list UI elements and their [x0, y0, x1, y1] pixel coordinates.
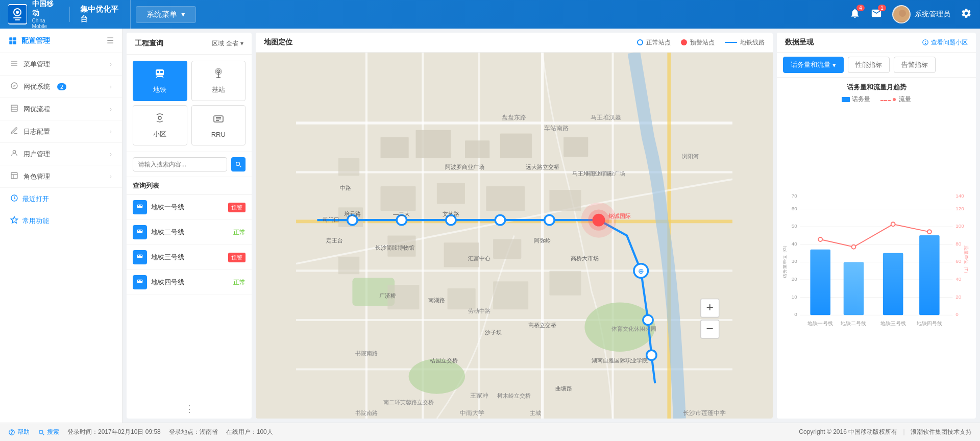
- svg-rect-44: [138, 255, 139, 256]
- panel-collapse[interactable]: ⋮: [127, 399, 252, 419]
- query-item-subway-4[interactable]: 地铁四号线 正常: [127, 270, 252, 295]
- svg-text:−: −: [706, 322, 714, 335]
- chart-container: 话务量和流量月趋势 话务量 流量 0: [777, 78, 976, 419]
- tab-traffic[interactable]: 话务量和流量 ▾: [783, 57, 844, 73]
- bar-4: [919, 235, 940, 315]
- subway-4-name: 地铁四号线: [151, 278, 229, 287]
- subway-2-status: 正常: [233, 228, 246, 237]
- station-5: [545, 215, 554, 225]
- svg-rect-47: [138, 280, 139, 281]
- sidebar-item-log-config[interactable]: 日志配置 ›: [0, 120, 122, 143]
- search-wrap: [127, 152, 252, 177]
- svg-text:司门口: 司门口: [323, 216, 340, 223]
- view-problem-link[interactable]: 查看问题小区: [922, 38, 968, 47]
- search-link[interactable]: 搜索: [38, 428, 59, 436]
- query-item-subway-3[interactable]: 地铁三号线 预警: [127, 245, 252, 270]
- tab-alarm[interactable]: 告警指标: [894, 57, 936, 73]
- query-item-subway-2[interactable]: 地铁二号线 正常: [127, 220, 252, 245]
- view-link-text: 查看问题小区: [931, 38, 968, 47]
- tab-group: 话务量和流量 ▾ 性能指标 告警指标: [777, 53, 976, 78]
- svg-text:南湖路: 南湖路: [428, 297, 445, 303]
- query-item-subway-1[interactable]: 地铁一号线 预警: [127, 195, 252, 220]
- tab-performance[interactable]: 性能指标: [848, 57, 890, 73]
- map-content[interactable]: + − ⊕ 盘盘东路 培元路 —二大 文艺路 马王堆汉墓 浏阳河 阿波罗商业广场…: [256, 53, 773, 419]
- footer-left: 帮助 搜索 登录时间：2017年02月10日 09:58 登录地点：湖南省 在线…: [8, 428, 273, 436]
- sidebar: 配置管理 ☰ 菜单管理 › 网优系统: [0, 29, 122, 423]
- svg-rect-10: [13, 41, 16, 44]
- message-icon[interactable]: 1: [871, 8, 882, 21]
- svg-rect-7: [9, 37, 12, 40]
- nav-menu-button[interactable]: 系统菜单 ▾: [136, 6, 196, 23]
- sidebar-common-func[interactable]: 常用功能: [0, 210, 122, 232]
- svg-rect-40: [137, 230, 143, 233]
- query-list-header: 查询列表: [127, 177, 252, 195]
- sidebar-item-user-mgmt[interactable]: 用户管理 ›: [0, 143, 122, 165]
- username: 系统管理员: [915, 10, 950, 19]
- sidebar-item-menu-mgmt[interactable]: 菜单管理 ›: [0, 53, 122, 76]
- svg-text:马王堆商业广场: 马王堆商业广场: [586, 170, 625, 177]
- svg-text:140: 140: [955, 193, 964, 199]
- svg-line-164: [43, 433, 44, 435]
- type-btn-small-cell[interactable]: 小区: [133, 105, 187, 145]
- tab-traffic-label: 话务量和流量: [791, 60, 830, 69]
- svg-text:南二环芙蓉路立交桥: 南二环芙蓉路立交桥: [383, 399, 434, 405]
- svg-text:桔园立交桥: 桔园立交桥: [429, 357, 458, 363]
- help-link[interactable]: 帮助: [8, 428, 30, 436]
- svg-text:高桥立交桥: 高桥立交桥: [528, 322, 556, 328]
- sidebar-recent-open[interactable]: 最近打开: [0, 188, 122, 210]
- svg-rect-67: [465, 140, 489, 158]
- legend-traffic: 话务量: [842, 95, 870, 104]
- svg-text:高桥大市场: 高桥大市场: [571, 255, 599, 261]
- menu-mgmt-arrow: ›: [110, 61, 112, 68]
- search-button[interactable]: [231, 157, 246, 172]
- svg-rect-37: [137, 205, 143, 208]
- svg-rect-4: [15, 19, 20, 20]
- chart-legend: 话务量 流量: [783, 95, 970, 104]
- settings-icon[interactable]: [961, 8, 972, 21]
- svg-rect-0: [8, 5, 27, 23]
- sidebar-item-role-mgmt[interactable]: 角色管理 ›: [0, 165, 122, 188]
- user-profile[interactable]: 系统管理员: [892, 5, 950, 23]
- legend-normal: 正常站点: [637, 38, 671, 47]
- type-btn-subway[interactable]: 地铁: [133, 61, 187, 101]
- header-icons: 4 1 系统管理员: [849, 5, 972, 23]
- support: 浪潮软件集团技术支持: [911, 428, 972, 435]
- svg-rect-13: [11, 65, 17, 65]
- star-icon: [10, 216, 18, 226]
- svg-rect-79: [493, 281, 528, 309]
- notification-bell[interactable]: 4: [849, 8, 861, 21]
- traffic-bar-legend: [842, 97, 850, 102]
- svg-text:20: 20: [792, 276, 797, 282]
- svg-text:0: 0: [794, 311, 797, 317]
- svg-text:120: 120: [955, 206, 964, 211]
- svg-rect-71: [437, 183, 465, 204]
- sidebar-item-net-flow[interactable]: 网优流程 ›: [0, 98, 122, 120]
- svg-rect-45: [140, 255, 142, 256]
- type-btn-rru[interactable]: RRU: [191, 105, 246, 145]
- svg-rect-11: [11, 61, 17, 61]
- svg-text:0: 0: [955, 311, 959, 317]
- sidebar-menu-icon[interactable]: ☰: [107, 36, 114, 45]
- svg-rect-70: [381, 186, 416, 211]
- network-system-icon: [10, 82, 18, 91]
- line-indicator: [725, 42, 737, 43]
- sidebar-item-network-system[interactable]: 网优系统 2 ›: [0, 76, 122, 98]
- main-layout: 配置管理 ☰ 菜单管理 › 网优系统: [0, 29, 980, 423]
- type-btn-base-station[interactable]: 基站: [191, 61, 246, 101]
- svg-rect-15: [11, 105, 17, 111]
- svg-text:50: 50: [792, 223, 797, 229]
- svg-text:远大路立交桥: 远大路立交桥: [526, 164, 559, 170]
- footer-right: Copyright © 2016 中国移动版权所有 | 浪潮软件集团技术支持: [799, 428, 972, 436]
- svg-text:马王堆汉墓: 马王堆汉墓: [591, 114, 621, 121]
- svg-text:10: 10: [792, 294, 797, 300]
- svg-text:30: 30: [792, 258, 797, 264]
- svg-text:流量单位（T）: 流量单位（T）: [964, 246, 969, 276]
- svg-rect-69: [564, 137, 588, 157]
- svg-text:100: 100: [955, 223, 964, 229]
- svg-rect-65: [381, 137, 409, 158]
- role-mgmt-icon: [10, 172, 18, 181]
- region-arrow: ▾: [240, 40, 243, 47]
- search-input[interactable]: [133, 157, 227, 172]
- region-select[interactable]: 区域 全省 ▾: [212, 39, 243, 48]
- tab-performance-label: 性能指标: [855, 61, 882, 68]
